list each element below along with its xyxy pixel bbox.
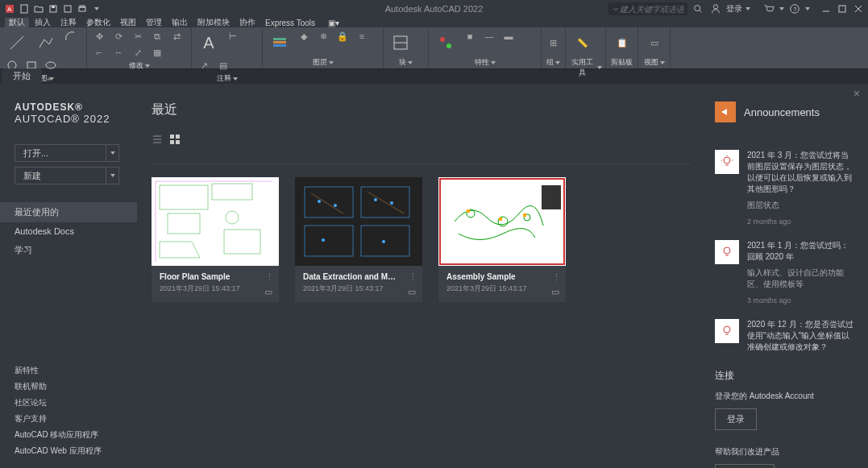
paste-icon[interactable]: 📋 (609, 29, 634, 56)
announcement-item[interactable]: 2021 年 1 月：您尝试过吗：回顾 2020 年 输入样式、设计自己的功能区… (715, 240, 857, 304)
nav-autodesk-docs[interactable]: Autodesk Docs (0, 222, 137, 240)
text-tool-icon[interactable]: A (195, 29, 222, 56)
mirror-tool-icon[interactable]: ⇄ (168, 29, 185, 43)
app-menu-button[interactable]: A (3, 2, 16, 15)
grid-view-icon[interactable] (169, 134, 181, 145)
nav-learn[interactable]: 学习 (0, 240, 137, 260)
login-label[interactable]: 登录 (726, 3, 742, 14)
layer-freeze-icon[interactable]: ❄ (314, 29, 332, 43)
view-icon[interactable]: ▭ (642, 29, 667, 56)
card-menu-icon[interactable]: ⋮ (409, 272, 417, 283)
maximize-button[interactable] (836, 2, 849, 15)
saveas-icon[interactable] (61, 2, 74, 15)
color-icon[interactable]: ■ (461, 29, 479, 43)
ribbon-group-label: 剪贴板 (609, 56, 634, 68)
array-tool-icon[interactable]: ▦ (148, 45, 166, 60)
arc-tool-icon[interactable] (61, 29, 79, 43)
link-support[interactable]: 客户支持 (15, 413, 137, 425)
ellipse-tool-icon[interactable] (42, 58, 60, 72)
nav-recent[interactable]: 最近使用的 (0, 202, 137, 222)
svg-point-49 (334, 204, 337, 207)
menu-item[interactable]: 管理 (142, 17, 166, 28)
recent-card[interactable]: Assembly Sample 2021年3月29日 15:43:17 ⋮ ▭ (438, 177, 566, 302)
card-menu-icon[interactable]: ⋮ (265, 272, 274, 283)
layer-icon[interactable]: ◆ (295, 29, 313, 43)
link-mobile-app[interactable]: AutoCAD 移动应用程序 (15, 429, 137, 441)
search-box[interactable] (608, 2, 687, 15)
print-icon[interactable] (76, 2, 89, 15)
link-online-help[interactable]: 联机帮助 (15, 381, 137, 392)
menu-item[interactable]: Express Tools (261, 19, 319, 27)
link-forums[interactable]: 社区论坛 (15, 397, 137, 408)
recent-card[interactable]: Floor Plan Sample 2021年3月29日 15:43:17 ⋮ … (152, 177, 279, 302)
linetype-icon[interactable]: — (480, 29, 498, 43)
menu-overflow-icon[interactable]: ▣▾ (324, 19, 343, 27)
feedback-button[interactable]: 发送反馈 (715, 464, 775, 468)
close-panel-icon[interactable]: × (853, 87, 860, 100)
recent-card[interactable]: Data Extraction and Multil... 2021年3月29日… (295, 177, 422, 302)
link-whats-new[interactable]: 新特性 (15, 365, 137, 376)
new-button[interactable]: 新建 (15, 168, 106, 184)
leader-tool-icon[interactable]: ↗ (195, 58, 213, 72)
dimension-tool-icon[interactable]: ⊢ (224, 29, 242, 43)
match-props-icon[interactable] (432, 29, 459, 56)
layer-lock-icon[interactable]: 🔒 (334, 29, 351, 43)
menu-item[interactable]: 输出 (168, 17, 192, 28)
menu-item[interactable]: 默认 (5, 17, 29, 28)
polyline-tool-icon[interactable] (32, 29, 60, 56)
connect-section: 连接 登录您的 Autodesk Account 登录 (715, 369, 857, 430)
tab-start[interactable]: 开始 (2, 68, 42, 84)
menu-item[interactable]: 插入 (31, 17, 55, 28)
line-tool-icon[interactable] (3, 29, 31, 56)
link-web-app[interactable]: AutoCAD Web 应用程序 (15, 445, 137, 457)
new-icon[interactable] (18, 2, 31, 15)
sidebar-nav: 最近使用的 Autodesk Docs 学习 (15, 202, 137, 260)
insert-block-icon[interactable] (387, 29, 414, 56)
open-icon[interactable] (32, 2, 45, 15)
move-tool-icon[interactable]: ✥ (90, 29, 108, 43)
stretch-tool-icon[interactable]: ↔ (110, 45, 127, 60)
open-dropdown-icon[interactable] (106, 145, 118, 161)
new-dropdown-icon[interactable] (106, 168, 118, 184)
search-icon[interactable] (691, 2, 705, 16)
group-icon[interactable]: ⊞ (545, 29, 562, 56)
search-input[interactable] (620, 5, 684, 14)
login-dropdown-icon[interactable] (745, 7, 750, 10)
announcement-item[interactable]: 2021 年 3 月：您尝试过将当前图层设置保存为图层状态，以便可以在以后恢复或… (715, 150, 857, 226)
menu-item[interactable]: 参数化 (82, 17, 114, 28)
card-menu-icon[interactable]: ⋮ (552, 272, 561, 283)
menu-item[interactable]: 协作 (235, 17, 260, 28)
scale-tool-icon[interactable]: ⤢ (129, 45, 147, 60)
table-tool-icon[interactable]: ▤ (214, 58, 232, 72)
fillet-tool-icon[interactable]: ⌐ (90, 45, 108, 60)
layer-match-icon[interactable]: ≡ (353, 29, 371, 43)
card-title: Assembly Sample (446, 272, 543, 281)
cart-icon[interactable] (762, 2, 776, 16)
svg-rect-63 (523, 213, 526, 217)
cart-dropdown-icon[interactable] (779, 7, 784, 10)
rotate-tool-icon[interactable]: ⟳ (110, 29, 127, 43)
user-icon[interactable] (708, 2, 723, 16)
open-button[interactable]: 打开... (15, 145, 106, 161)
copy-tool-icon[interactable]: ⧉ (148, 29, 166, 43)
lineweight-icon[interactable]: ▬ (500, 29, 517, 43)
qat-dropdown-icon[interactable] (90, 2, 103, 15)
close-button[interactable] (852, 2, 865, 15)
tab-add-button[interactable]: + (42, 74, 56, 84)
menu-item[interactable]: 视图 (116, 17, 140, 28)
help-dropdown-icon[interactable] (805, 7, 810, 10)
menu-item[interactable]: 注释 (56, 17, 81, 28)
measure-icon[interactable]: 📏 (569, 29, 596, 56)
ribbon-group-label: 修改 (90, 60, 188, 71)
layer-props-icon[interactable] (266, 29, 293, 56)
menu-item[interactable]: 附加模块 (193, 17, 234, 28)
minimize-button[interactable] (820, 2, 833, 15)
svg-rect-43 (295, 177, 422, 266)
help-icon[interactable]: ? (787, 2, 802, 16)
list-view-icon[interactable] (152, 134, 163, 145)
svg-point-48 (318, 200, 321, 203)
trim-tool-icon[interactable]: ✂ (129, 29, 147, 43)
announcement-item[interactable]: 2020 年 12 月：您是否尝试过使用"动态输入"输入坐标值以准确创建或修改对… (715, 319, 857, 353)
login-button[interactable]: 登录 (715, 408, 757, 430)
save-icon[interactable] (47, 2, 60, 15)
